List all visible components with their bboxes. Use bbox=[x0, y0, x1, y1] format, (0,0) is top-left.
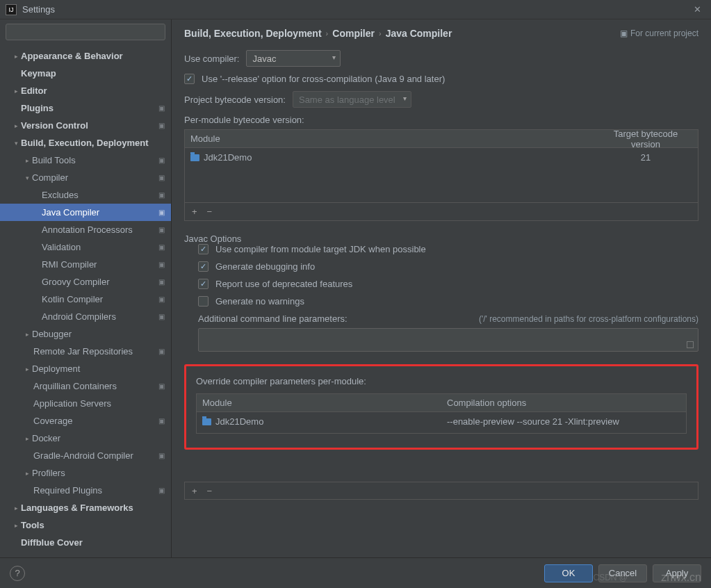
use-compiler-value: Javac bbox=[252, 54, 276, 64]
per-module-label: Per-module bytecode version: bbox=[184, 115, 698, 125]
sidebar-item-required-plugins[interactable]: Required Plugins▣ bbox=[0, 482, 171, 499]
sidebar-item-docker[interactable]: Docker bbox=[0, 430, 171, 447]
ok-button[interactable]: OK bbox=[544, 564, 593, 582]
sidebar-item-java-compiler[interactable]: Java Compiler▣ bbox=[0, 204, 171, 221]
breadcrumb-item[interactable]: Build, Execution, Deployment bbox=[184, 28, 322, 39]
debug-option-label: Generate debugging info bbox=[215, 261, 315, 272]
settings-tree: Appearance & Behavior Keymap Editor Plug… bbox=[0, 44, 171, 551]
remove-button[interactable]: − bbox=[207, 486, 213, 496]
sidebar-item-plugins[interactable]: Plugins▣ bbox=[0, 99, 171, 117]
module-options[interactable]: --enable-preview --source 21 -Xlint:prev… bbox=[441, 416, 686, 427]
sidebar-item-deployment[interactable]: Deployment bbox=[0, 360, 171, 377]
jdk-option-checkbox[interactable] bbox=[198, 244, 209, 254]
cancel-button[interactable]: Cancel bbox=[598, 564, 647, 582]
project-badge-icon: ▣ bbox=[156, 294, 167, 305]
module-icon bbox=[190, 154, 199, 161]
breadcrumb-item[interactable]: Compiler bbox=[332, 28, 375, 39]
highlight-box: Override compiler parameters per-module:… bbox=[184, 364, 698, 450]
project-badge-icon: ▣ bbox=[156, 450, 167, 462]
close-icon[interactable]: ✕ bbox=[689, 4, 705, 15]
project-badge-icon: ▣ bbox=[156, 259, 167, 270]
project-badge-icon: ▣ bbox=[620, 28, 628, 38]
sidebar-item-vcs[interactable]: Version Control▣ bbox=[0, 117, 171, 134]
deprecated-option-label: Report use of deprecated features bbox=[215, 279, 352, 289]
scope-badge: ▣ For current project bbox=[620, 28, 698, 38]
project-badge-icon: ▣ bbox=[156, 277, 167, 288]
scope-badge-label: For current project bbox=[630, 28, 698, 38]
sidebar-item-rmi-compiler[interactable]: RMI Compiler▣ bbox=[0, 256, 171, 273]
use-compiler-select[interactable]: Javac bbox=[246, 50, 341, 67]
project-bytecode-label: Project bytecode version: bbox=[184, 95, 286, 105]
table-header-module[interactable]: Module bbox=[185, 133, 594, 144]
project-badge-icon: ▣ bbox=[156, 311, 167, 322]
add-button[interactable]: + bbox=[192, 206, 197, 217]
table-header-module[interactable]: Module bbox=[197, 398, 441, 408]
sidebar-item-gradle-android[interactable]: Gradle-Android Compiler▣ bbox=[0, 447, 171, 464]
sidebar-item-groovy-compiler[interactable]: Groovy Compiler▣ bbox=[0, 273, 171, 291]
app-logo-icon: IJ bbox=[6, 4, 17, 15]
window-title: Settings bbox=[22, 4, 689, 15]
table-header-options[interactable]: Compilation options bbox=[441, 398, 686, 408]
sidebar-item-debugger[interactable]: Debugger bbox=[0, 325, 171, 343]
deprecated-option-checkbox[interactable] bbox=[198, 279, 209, 289]
chevron-right-icon: › bbox=[379, 29, 382, 38]
project-badge-icon: ▣ bbox=[156, 242, 167, 253]
sidebar-item-build-tools[interactable]: Build Tools▣ bbox=[0, 152, 171, 169]
project-badge-icon: ▣ bbox=[156, 224, 167, 236]
sidebar-item-annotation-processors[interactable]: Annotation Processors▣ bbox=[0, 221, 171, 238]
apply-button[interactable]: Apply bbox=[653, 564, 701, 582]
sidebar-item-remote-repos[interactable]: Remote Jar Repositories▣ bbox=[0, 343, 171, 360]
sidebar-item-appearance[interactable]: Appearance & Behavior bbox=[0, 47, 171, 65]
search-input[interactable] bbox=[6, 24, 165, 40]
add-button[interactable]: + bbox=[192, 486, 197, 496]
project-badge-icon: ▣ bbox=[156, 381, 167, 392]
sidebar-item-editor[interactable]: Editor bbox=[0, 82, 171, 99]
sidebar-item-keymap[interactable]: Keymap bbox=[0, 65, 171, 82]
module-version[interactable]: 21 bbox=[594, 152, 698, 163]
nowarn-option-checkbox[interactable] bbox=[198, 296, 209, 307]
sidebar-item-excludes[interactable]: Excludes▣ bbox=[0, 186, 171, 204]
project-badge-icon: ▣ bbox=[156, 120, 167, 131]
sidebar-item-languages[interactable]: Languages & Frameworks bbox=[0, 499, 171, 516]
project-badge-icon: ▣ bbox=[156, 172, 167, 183]
project-badge-icon: ▣ bbox=[156, 416, 167, 427]
module-name: Jdk21Demo bbox=[204, 152, 252, 163]
project-bytecode-value: Same as language level bbox=[299, 95, 395, 105]
table-row[interactable]: Jdk21Demo 21 bbox=[185, 148, 698, 166]
sidebar-item-compiler[interactable]: Compiler▣ bbox=[0, 169, 171, 186]
sidebar-item-profilers[interactable]: Profilers bbox=[0, 464, 171, 482]
sidebar-item-validation[interactable]: Validation▣ bbox=[0, 238, 171, 256]
additional-params-note: ('/' recommended in paths for cross-plat… bbox=[479, 314, 698, 324]
per-module-table: Module Target bytecode version Jdk21Demo… bbox=[184, 129, 698, 221]
sidebar-item-android-compilers[interactable]: Android Compilers▣ bbox=[0, 308, 171, 325]
module-name: Jdk21Demo bbox=[215, 416, 263, 427]
expand-icon[interactable] bbox=[687, 341, 694, 348]
chevron-right-icon: › bbox=[326, 29, 329, 38]
sidebar-item-coverage[interactable]: Coverage▣ bbox=[0, 412, 171, 430]
sidebar-item-kotlin-compiler[interactable]: Kotlin Compiler▣ bbox=[0, 291, 171, 308]
dialog-footer: ? OK Cancel Apply bbox=[0, 557, 711, 588]
sidebar-item-diffblue[interactable]: Diffblue Cover bbox=[0, 534, 171, 551]
javac-options-label: Javac Options bbox=[184, 234, 698, 244]
use-compiler-label: Use compiler: bbox=[184, 54, 239, 64]
debug-option-checkbox[interactable] bbox=[198, 261, 209, 272]
jdk-option-label: Use compiler from module target JDK when… bbox=[215, 244, 426, 254]
project-bytecode-select[interactable]: Same as language level bbox=[293, 91, 411, 108]
project-badge-icon: ▣ bbox=[156, 346, 167, 357]
remove-button[interactable]: − bbox=[207, 206, 213, 217]
additional-params-input[interactable] bbox=[198, 328, 698, 352]
override-table: Module Compilation options Jdk21Demo --e… bbox=[196, 393, 687, 434]
help-button[interactable]: ? bbox=[10, 566, 25, 581]
sidebar-item-tools[interactable]: Tools bbox=[0, 516, 171, 534]
sidebar-item-arquillian[interactable]: Arquillian Containers▣ bbox=[0, 377, 171, 395]
table-header-version[interactable]: Target bytecode version bbox=[594, 129, 698, 149]
project-badge-icon: ▣ bbox=[156, 155, 167, 166]
sidebar-item-app-servers[interactable]: Application Servers bbox=[0, 395, 171, 412]
table-row[interactable]: Jdk21Demo --enable-preview --source 21 -… bbox=[197, 412, 686, 430]
sidebar: Appearance & Behavior Keymap Editor Plug… bbox=[0, 19, 172, 557]
project-badge-icon: ▣ bbox=[156, 207, 167, 218]
breadcrumb: Build, Execution, Deployment › Compiler … bbox=[184, 28, 698, 39]
sidebar-item-bed[interactable]: Build, Execution, Deployment bbox=[0, 134, 171, 152]
release-option-checkbox[interactable] bbox=[184, 74, 195, 84]
release-option-label: Use '--release' option for cross-compila… bbox=[202, 74, 445, 84]
